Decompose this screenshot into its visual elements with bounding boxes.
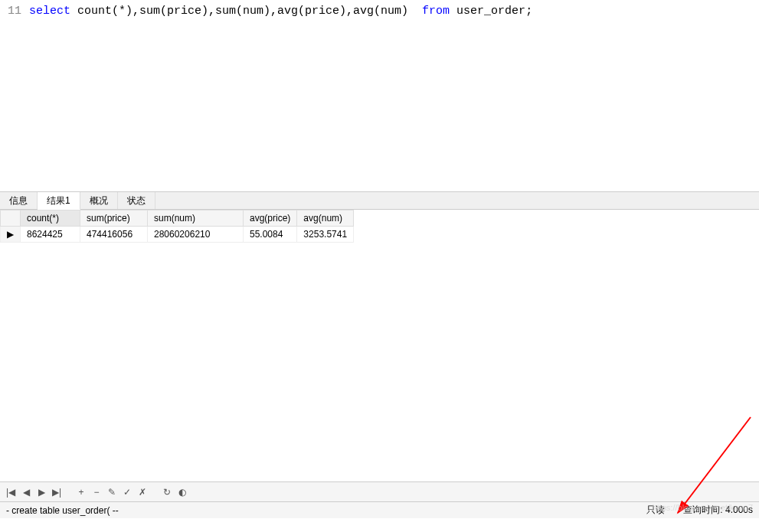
keyword-select: select [29, 5, 70, 18]
code-line: 11 select count(*),sum(price),sum(num),a… [0, 5, 759, 18]
edit-record-button[interactable]: ✎ [106, 486, 118, 498]
cell-avg-num[interactable]: 3253.5741 [297, 227, 354, 243]
delete-record-button[interactable]: − [90, 486, 103, 498]
row-header-corner [1, 211, 21, 227]
result-tabs: 信息 结果1 概况 状态 [0, 191, 759, 210]
cancel-button[interactable]: ✗ [136, 486, 149, 498]
last-record-button[interactable]: ▶| [51, 486, 63, 498]
record-navigation-toolbar: |◀ ◀ ▶ ▶| + − ✎ ✓ ✗ ↻ ◐ [0, 481, 759, 501]
prev-record-button[interactable]: ◀ [20, 486, 32, 498]
table-header-row: count(*) sum(price) sum(num) avg(price) … [1, 211, 354, 227]
watermark-text: https://blog.csdn.net/kang7 [653, 503, 753, 512]
stop-button[interactable]: ◐ [176, 486, 188, 498]
confirm-button[interactable]: ✓ [121, 486, 133, 498]
status-left-text: - create table user_order( -- [6, 505, 119, 516]
keyword-from: from [422, 5, 450, 18]
column-header-sum-num[interactable]: sum(num) [148, 211, 244, 227]
sql-editor[interactable]: 11 select count(*),sum(price),sum(num),a… [0, 0, 759, 191]
result-table: count(*) sum(price) sum(num) avg(price) … [0, 210, 354, 243]
add-record-button[interactable]: + [75, 486, 87, 498]
cell-avg-price[interactable]: 55.0084 [244, 227, 297, 243]
code-middle: count(*),sum(price),sum(num),avg(price),… [70, 5, 422, 18]
column-header-count[interactable]: count(*) [21, 211, 80, 227]
cell-sum-num[interactable]: 28060206210 [148, 227, 244, 243]
tab-status[interactable]: 状态 [118, 192, 155, 209]
tab-result1[interactable]: 结果1 [38, 192, 80, 210]
column-header-avg-price[interactable]: avg(price) [244, 211, 297, 227]
line-number: 11 [0, 5, 29, 18]
results-grid[interactable]: count(*) sum(price) sum(num) avg(price) … [0, 210, 759, 481]
column-header-sum-price[interactable]: sum(price) [80, 211, 148, 227]
refresh-button[interactable]: ↻ [161, 486, 173, 498]
cell-count[interactable]: 8624425 [21, 227, 80, 243]
cell-sum-price[interactable]: 474416056 [80, 227, 148, 243]
tab-info[interactable]: 信息 [0, 192, 38, 209]
row-marker: ▶ [1, 227, 21, 243]
code-end: user_order; [450, 5, 532, 18]
code-content: select count(*),sum(price),sum(num),avg(… [29, 5, 532, 18]
first-record-button[interactable]: |◀ [5, 486, 17, 498]
next-record-button[interactable]: ▶ [35, 486, 47, 498]
table-row[interactable]: ▶ 8624425 474416056 28060206210 55.0084 … [1, 227, 354, 243]
status-bar: - create table user_order( -- 只读 查询时间: 4… [0, 501, 759, 518]
column-header-avg-num[interactable]: avg(num) [297, 211, 354, 227]
tab-profile[interactable]: 概况 [80, 192, 118, 209]
